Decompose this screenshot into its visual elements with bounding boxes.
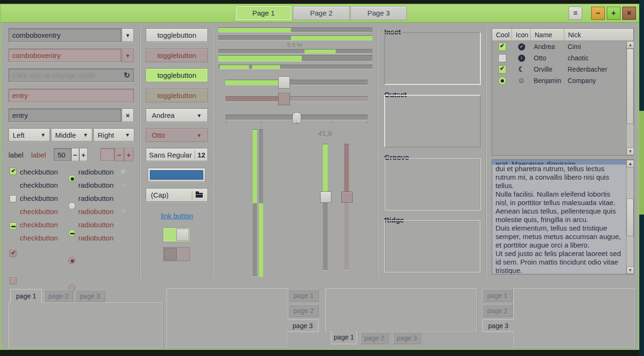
checkbox-unchecked[interactable] [9, 195, 17, 202]
color-button[interactable] [148, 168, 206, 182]
table-body: ✔ ✔ Andrea Cimi ! Otto chaotic ✔ ☾ Orvil… [492, 41, 626, 155]
vscale[interactable] [323, 144, 328, 270]
table-row[interactable]: ✔ ☾ Orville Redenbacher [492, 64, 626, 75]
notebook4-tab-page3[interactable]: page 3 [482, 319, 514, 332]
switch-on[interactable] [163, 228, 190, 242]
notebook1-tab-page3[interactable]: page 3 [75, 290, 105, 302]
maximize-button[interactable]: + [607, 7, 620, 20]
mode-entry[interactable]: ↻ [8, 68, 134, 82]
row-checkbox-checked[interactable]: ✔ [498, 43, 506, 51]
hscale-disabled-handle [278, 93, 290, 105]
notebook2-tab-page2[interactable]: page 2 [289, 304, 319, 317]
close-button[interactable]: × [622, 7, 636, 20]
separator [486, 27, 486, 277]
togglebutton-normal[interactable]: togglebutton [146, 28, 208, 42]
titlebar-tab-page1[interactable]: Page 1 [236, 6, 291, 20]
progressbar-segmented [218, 65, 372, 69]
textview-scrollbar[interactable]: ▲ ▼ [626, 160, 634, 274]
scroll-up-arrow[interactable]: ▲ [627, 41, 634, 49]
clear-entry-button[interactable]: × [122, 108, 134, 122]
table-scrollbar[interactable]: ▲ ▼ [626, 41, 634, 155]
table-row[interactable]: ! Otto chaotic [492, 52, 626, 64]
notebook1-tab-page1[interactable]: page 1 [10, 289, 42, 303]
spin-minus-button-disabled: − [115, 148, 124, 161]
spinner-icon: ✳ [120, 167, 126, 177]
scroll-up-arrow[interactable]: ▲ [627, 160, 634, 167]
radio-unselected[interactable] [68, 202, 75, 209]
file-chooser-button[interactable]: (Cap) [146, 188, 208, 202]
checkbox-checked-disabled: ✔ [9, 250, 17, 257]
text-content: dui et pharetra rutrum, tellus lectus ru… [492, 165, 627, 274]
refresh-icon[interactable]: ↻ [124, 71, 130, 80]
progressbar-thick [218, 55, 372, 61]
cell-name: Benjamin [531, 77, 564, 84]
plus-icon: + [82, 151, 86, 159]
hamburger-menu-button[interactable]: ≡ [569, 7, 582, 20]
table-row[interactable]: ☺ Benjamin Company [492, 75, 626, 86]
label: label [8, 151, 24, 159]
font-name: Sans Regular [146, 151, 195, 159]
combobox-middle[interactable]: Middle▼ [51, 128, 92, 141]
checkbox-checked[interactable]: ✔ [9, 168, 17, 175]
spin-minus-button[interactable]: − [71, 148, 79, 161]
row-checkbox-unchecked[interactable] [498, 54, 506, 62]
notebook3-tab-page3[interactable]: page 3 [393, 332, 421, 344]
radio-indeterminate[interactable] [68, 230, 75, 237]
cell-name: Andrea [531, 43, 564, 50]
hscale[interactable] [225, 80, 368, 85]
radio-selected[interactable] [68, 175, 75, 182]
folder-icon [196, 193, 203, 198]
notebook4-tab-page2[interactable]: page 2 [482, 304, 512, 317]
notebook2-tab-page3[interactable]: page 3 [287, 319, 319, 332]
vscale-handle[interactable] [320, 191, 331, 203]
comboboxentry-dropdown-button[interactable]: ▼ [122, 28, 134, 42]
spinner-icon: ✳ [120, 220, 126, 230]
font-button[interactable]: Sans Regular 12 [146, 148, 208, 161]
notebook2-tab-page1[interactable]: page 1 [289, 289, 319, 302]
titlebar-tab-page3[interactable]: Page 3 [350, 6, 407, 20]
combobox-left[interactable]: Left▼ [8, 128, 50, 141]
entry-clearable[interactable] [8, 108, 121, 122]
column-header-icon[interactable]: Icon [512, 29, 531, 41]
notebook1-tab-page2[interactable]: page 2 [44, 290, 73, 302]
notebook3-tab-page2[interactable]: page 2 [360, 332, 388, 344]
minimize-button[interactable]: − [591, 7, 605, 20]
hscale-handle[interactable] [278, 76, 290, 89]
scrollbar-thumb[interactable] [627, 199, 634, 236]
notebook2-content [166, 288, 289, 348]
column-header-nick[interactable]: Nick [564, 29, 634, 41]
titlebar-tab-page2[interactable]: Page 2 [293, 6, 350, 20]
radio-selected-disabled [68, 257, 75, 264]
togglebutton-active[interactable]: togglebutton [146, 68, 208, 82]
notebook3-tab-page1[interactable]: page 1 [331, 331, 357, 344]
spinner-icon: ✳ [120, 207, 126, 216]
notebook4-tab-page1[interactable]: page 1 [482, 289, 512, 302]
scrollbar-thumb[interactable] [627, 49, 634, 124]
link-button[interactable]: link button [161, 212, 193, 220]
comboboxentry-input[interactable] [8, 28, 121, 42]
row-checkbox-checked[interactable]: ✔ [498, 66, 506, 74]
row-radio-selected[interactable] [498, 77, 506, 85]
chevron-down-icon: ▼ [197, 113, 202, 118]
combobox-right[interactable]: Right▼ [93, 128, 134, 141]
chevron-down-icon: ▼ [197, 132, 202, 138]
minimize-icon: − [596, 9, 600, 17]
scroll-down-arrow[interactable]: ▼ [627, 148, 634, 155]
combobox-andrea[interactable]: Andrea▼ [146, 108, 208, 122]
spinbutton-value[interactable] [54, 148, 71, 161]
hscale-marks-handle[interactable] [292, 112, 301, 124]
column-header-name[interactable]: Name [531, 29, 564, 41]
progressbar-rtl [218, 35, 372, 40]
spin-plus-button[interactable]: + [79, 148, 88, 161]
scroll-down-arrow[interactable]: ▼ [627, 266, 634, 274]
table-row[interactable]: ✔ ✔ Andrea Cimi [492, 41, 626, 52]
chevron-down-icon: ▼ [41, 132, 46, 138]
textview[interactable]: erat. Maecenas dignissim, dui et pharetr… [492, 159, 634, 274]
notebook1-content [8, 302, 163, 348]
label-disabled: label [31, 151, 46, 159]
vprogressbar-topdown [253, 129, 257, 276]
column-header-cool[interactable]: Cool [492, 29, 512, 41]
frame-outset [384, 95, 481, 148]
checkbox-indeterminate[interactable] [9, 223, 17, 230]
radiobutton-label: radiobutton [78, 194, 114, 202]
